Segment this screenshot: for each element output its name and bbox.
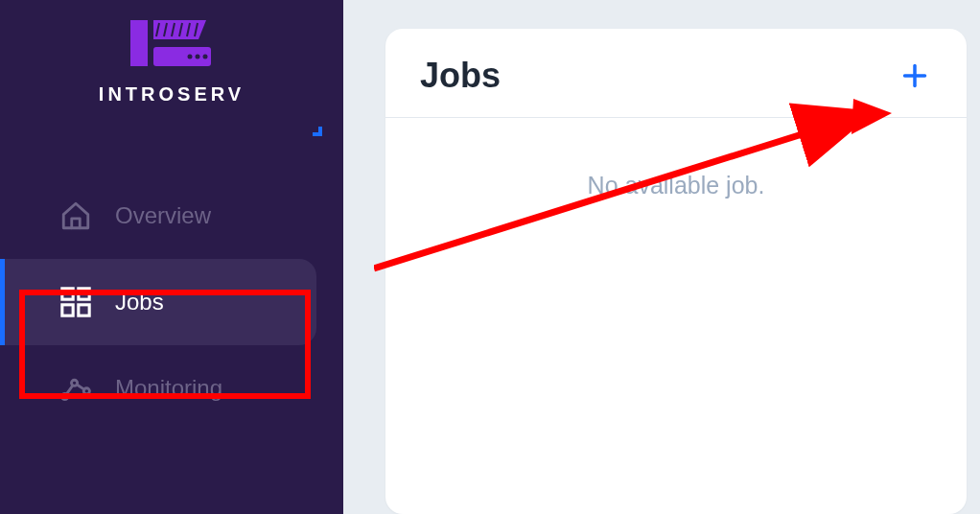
- sidebar-item-jobs[interactable]: Jobs: [0, 259, 316, 345]
- monitoring-icon: [59, 372, 92, 405]
- sidebar: INTROSERV Overview: [0, 0, 343, 514]
- svg-point-9: [188, 55, 193, 59]
- svg-line-19: [67, 386, 73, 394]
- brand-name: INTROSERV: [0, 83, 343, 105]
- card-header: Jobs: [385, 29, 967, 118]
- svg-point-10: [196, 55, 200, 59]
- add-job-button[interactable]: [898, 58, 932, 93]
- sidebar-item-label: Jobs: [115, 289, 164, 315]
- brand-logo-icon: [125, 14, 219, 76]
- brand-logo-section: INTROSERV: [0, 0, 343, 105]
- svg-rect-15: [79, 305, 89, 315]
- svg-line-20: [77, 385, 84, 389]
- plus-icon: [901, 62, 928, 89]
- sidebar-item-label: Monitoring: [115, 375, 222, 402]
- svg-rect-12: [62, 289, 73, 299]
- sidebar-item-label: Overview: [115, 202, 211, 229]
- sidebar-item-overview[interactable]: Overview: [0, 173, 343, 259]
- svg-point-11: [203, 55, 208, 59]
- sidebar-item-monitoring[interactable]: Monitoring: [0, 345, 343, 432]
- svg-rect-14: [62, 305, 73, 315]
- collapse-sidebar-icon[interactable]: [313, 127, 326, 140]
- jobs-card: Jobs No available job.: [385, 29, 967, 514]
- svg-rect-13: [79, 289, 89, 299]
- sidebar-nav: Overview Jobs: [0, 173, 343, 432]
- svg-rect-0: [130, 20, 148, 66]
- card-body: No available job.: [385, 118, 967, 253]
- page-title: Jobs: [420, 56, 501, 96]
- empty-state-message: No available job.: [385, 172, 967, 199]
- grid-icon: [59, 286, 92, 318]
- main-content: Jobs No available job.: [343, 0, 980, 514]
- svg-rect-8: [153, 47, 211, 66]
- home-icon: [59, 199, 92, 232]
